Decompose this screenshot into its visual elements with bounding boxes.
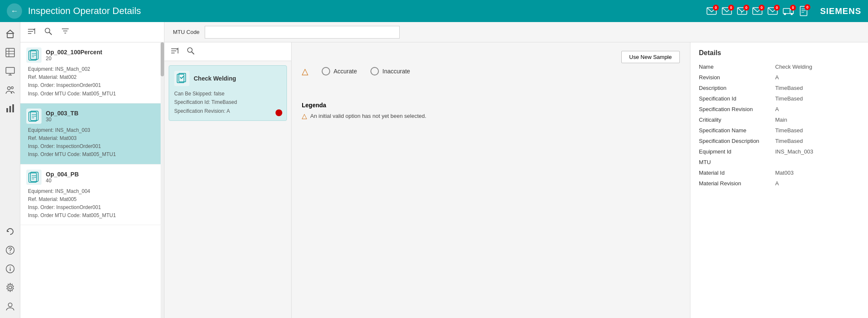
- list-item-title-op003: Op_003_TB 30: [46, 110, 78, 123]
- task-card-icon: [174, 71, 189, 86]
- specification-id: Specification Id: TimeBased: [174, 98, 281, 106]
- side-nav-bottom: [2, 223, 19, 318]
- list-item-details-op002: Equipment: INS_Mach_002 Ref. Material: M…: [26, 65, 158, 98]
- use-new-sample-button[interactable]: Use New Sample: [621, 51, 680, 63]
- nav-help[interactable]: [2, 242, 19, 259]
- list-item-op003[interactable]: Op_003_TB 30 Equipment: INS_Mach_003 Ref…: [20, 103, 164, 165]
- task-sort-button[interactable]: [169, 45, 181, 59]
- nav-user[interactable]: [2, 298, 19, 315]
- header: ← Inspection Operator Details 0 0 ! 0 0 …: [0, 0, 868, 22]
- detail-label-revision: Revision: [699, 74, 775, 81]
- task-search-button[interactable]: [185, 45, 197, 59]
- center-area: MTU Code: [164, 22, 868, 318]
- detail-row-spec-id: Specification Id TimeBased: [699, 95, 860, 102]
- svg-point-8: [784, 13, 786, 15]
- mail-icon-2[interactable]: 0: [722, 6, 732, 16]
- list-item-op002[interactable]: Op_002_100Percent 20 Equipment: INS_Mach…: [20, 42, 164, 103]
- left-panel-list: Op_002_100Percent 20 Equipment: INS_Mach…: [20, 42, 164, 318]
- list-item-title-op002: Op_002_100Percent 20: [46, 49, 102, 61]
- list-item-icon-op003: [26, 109, 42, 124]
- mtu-code-input[interactable]: [205, 26, 400, 39]
- svg-line-61: [192, 52, 194, 54]
- detail-row-material-revision: Material Revision A: [699, 180, 860, 187]
- filter-button[interactable]: [59, 25, 71, 39]
- detail-label-material-id: Material Id: [699, 170, 775, 176]
- accurate-radio[interactable]: Accurate: [322, 67, 357, 75]
- detail-value-equipment-id: INS_Mach_003: [775, 148, 813, 155]
- nav-refresh[interactable]: [2, 223, 19, 240]
- detail-label-spec-id: Specification Id: [699, 95, 775, 102]
- inaccurate-label: Inaccurate: [382, 68, 410, 75]
- search-button[interactable]: [42, 25, 54, 39]
- svg-rect-19: [6, 67, 14, 73]
- scrollbar-track[interactable]: [161, 42, 164, 318]
- nav-settings[interactable]: [2, 279, 19, 296]
- list-item-header-op004: Op_004_PB 40: [26, 170, 158, 185]
- nav-group[interactable]: [2, 81, 19, 98]
- list-item-details-op004: Equipment: INS_Mach_004 Ref. Material: M…: [26, 187, 158, 220]
- back-button[interactable]: ←: [7, 3, 22, 19]
- svg-point-23: [11, 87, 13, 89]
- list-item-title-op004: Op_004_PB 40: [46, 171, 79, 184]
- truck-icon[interactable]: 0: [783, 6, 794, 16]
- side-nav: [0, 22, 20, 318]
- mail-badge-4: 0: [774, 5, 780, 11]
- main-container: Op_002_100Percent 20 Equipment: INS_Mach…: [0, 22, 868, 318]
- page-title: Inspection Operator Details: [28, 6, 707, 17]
- detail-row-description: Description TimeBased: [699, 85, 860, 91]
- doc-icon[interactable]: 0: [799, 6, 808, 16]
- svg-rect-25: [9, 106, 11, 112]
- accurate-radio-circle[interactable]: [322, 67, 330, 75]
- specification-revision: Specification Revision: A: [174, 107, 281, 115]
- detail-row-spec-desc: Specification Description TimeBased: [699, 138, 860, 144]
- warning-triangle-icon: △: [302, 66, 308, 76]
- list-item-header-op003: Op_003_TB 30: [26, 109, 158, 124]
- mail-icon-3[interactable]: 0: [752, 6, 762, 16]
- mtu-code-label: MTU Code: [173, 29, 200, 35]
- list-item-icon-op002: [26, 47, 42, 63]
- detail-value-spec-name: TimeBased: [775, 127, 803, 134]
- mail-badge-2: 0: [728, 5, 734, 11]
- detail-value-spec-id: TimeBased: [775, 95, 803, 102]
- svg-rect-43: [31, 50, 38, 59]
- detail-label-spec-desc: Specification Description: [699, 138, 775, 144]
- svg-point-31: [10, 267, 11, 268]
- sort-button[interactable]: [25, 25, 37, 39]
- svg-rect-62: [177, 74, 184, 83]
- detail-row-spec-name: Specification Name TimeBased: [699, 127, 860, 134]
- nav-table[interactable]: [2, 44, 19, 61]
- detail-value-material-revision: A: [775, 180, 779, 187]
- nav-monitor[interactable]: [2, 63, 19, 80]
- detail-label-name: Name: [699, 64, 775, 70]
- detail-label-spec-revision: Specification Revision: [699, 106, 775, 112]
- detail-row-spec-revision: Specification Revision A: [699, 106, 860, 112]
- inaccurate-radio[interactable]: Inaccurate: [370, 67, 410, 75]
- svg-point-33: [8, 303, 12, 307]
- detail-label-equipment-id: Equipment Id: [699, 148, 775, 155]
- center-content: Check Welding Can Be Skipped: false Spec…: [164, 42, 868, 318]
- svg-rect-47: [29, 112, 36, 121]
- center-top-bar: MTU Code: [164, 22, 868, 42]
- mail-icon-1[interactable]: 0: [707, 6, 717, 16]
- svg-rect-53: [31, 172, 38, 181]
- mail-icon-4[interactable]: 0: [768, 6, 778, 16]
- nav-info[interactable]: [2, 260, 19, 277]
- inaccurate-radio-circle[interactable]: [370, 67, 379, 75]
- mail-badge-3: 0: [759, 5, 765, 11]
- task-card-check-welding[interactable]: Check Welding Can Be Skipped: false Spec…: [169, 65, 287, 121]
- alert-mail-icon[interactable]: ! 0: [737, 6, 747, 16]
- right-panel: Details Name Check Welding Revision A De…: [690, 42, 868, 318]
- list-item-op004[interactable]: Op_004_PB 40 Equipment: INS_Mach_004 Ref…: [20, 165, 164, 226]
- detail-label-mtu: MTU: [699, 159, 775, 165]
- detail-value-material-id: Mat003: [775, 170, 793, 176]
- svg-point-28: [10, 252, 11, 253]
- scrollbar-thumb[interactable]: [161, 42, 164, 76]
- task-card-title: Check Welding: [194, 75, 236, 82]
- legenda-item: △ An initial valid option has not yet be…: [302, 112, 680, 120]
- detail-label-spec-name: Specification Name: [699, 127, 775, 134]
- svg-rect-24: [6, 108, 8, 112]
- right-panel-title: Details: [699, 49, 860, 57]
- svg-point-32: [8, 286, 11, 289]
- nav-home[interactable]: [2, 25, 19, 42]
- nav-chart[interactable]: [2, 100, 19, 117]
